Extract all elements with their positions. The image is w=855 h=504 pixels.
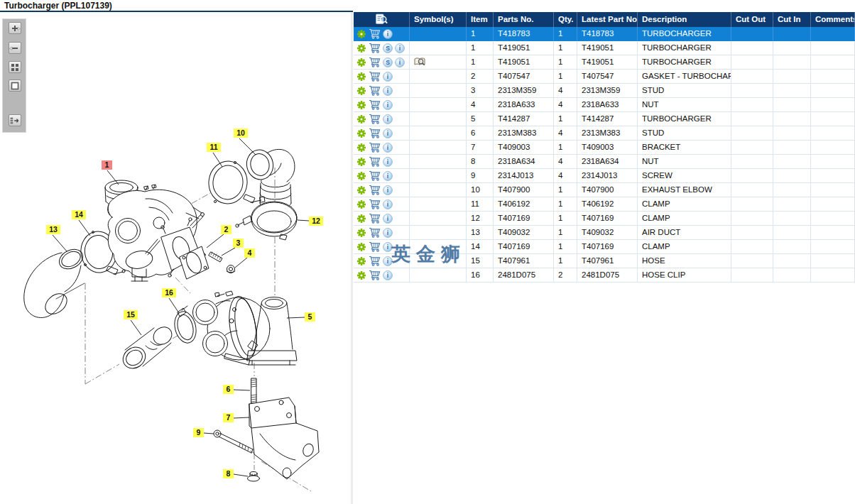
table-row-item-8-2318A634[interactable]: i82318A63442318A634NUT bbox=[354, 155, 855, 169]
info-icon[interactable]: i bbox=[383, 157, 393, 167]
cart-icon[interactable] bbox=[369, 85, 381, 96]
header-parts-no-[interactable]: Parts No. bbox=[494, 12, 554, 27]
cart-icon[interactable] bbox=[369, 128, 381, 138]
cart-icon[interactable] bbox=[369, 241, 381, 252]
table-row-item-1-T419051[interactable]: S i1T4190511T419051TURBOCHARGER bbox=[354, 41, 855, 55]
info-icon[interactable]: i bbox=[395, 43, 405, 53]
callout-label-15[interactable]: 15 bbox=[124, 310, 141, 335]
callout-label-6[interactable]: 6 bbox=[223, 385, 250, 394]
info-icon[interactable]: i bbox=[383, 185, 393, 195]
cart-icon[interactable] bbox=[369, 71, 381, 82]
cart-icon[interactable] bbox=[369, 213, 381, 224]
gear-icon[interactable] bbox=[356, 199, 366, 209]
info-icon[interactable]: i bbox=[383, 143, 393, 153]
callout-label-16[interactable]: 16 bbox=[162, 288, 179, 313]
cart-icon[interactable] bbox=[369, 170, 381, 181]
info-icon[interactable]: i bbox=[383, 171, 393, 181]
gear-icon[interactable] bbox=[356, 157, 366, 167]
callout-label-5[interactable]: 5 bbox=[287, 312, 315, 322]
cart-icon[interactable] bbox=[369, 99, 381, 110]
table-row-item-6-2313M383[interactable]: i62313M38342313M383STUD bbox=[354, 126, 855, 141]
header-latest-part-no-[interactable]: Latest Part No. bbox=[577, 12, 638, 27]
info-icon[interactable]: i bbox=[383, 72, 393, 82]
gear-icon[interactable] bbox=[356, 43, 366, 53]
callout-label-2[interactable]: 2 bbox=[207, 225, 232, 248]
table-row-item-15-T407961[interactable]: i15T4079611T407961HOSE bbox=[354, 254, 855, 268]
header-qty-[interactable]: Qty. bbox=[554, 12, 577, 27]
table-row-item-10-T407900[interactable]: i10T4079001T407900EXHAUST ELBOW bbox=[354, 183, 855, 197]
callout-label-11[interactable]: 11 bbox=[207, 143, 222, 167]
table-row-item-7-T409003[interactable]: i7T4090031T409003BRACKET bbox=[354, 141, 855, 155]
cart-icon[interactable] bbox=[369, 199, 381, 209]
callout-label-10[interactable]: 10 bbox=[234, 128, 256, 155]
s-badge-icon[interactable]: S bbox=[383, 43, 393, 53]
header-symbol-s-[interactable]: Symbol(s) bbox=[410, 12, 467, 27]
tile-view-button[interactable] bbox=[9, 61, 21, 73]
gear-icon[interactable] bbox=[356, 100, 366, 110]
gear-icon[interactable] bbox=[356, 185, 366, 195]
gear-icon[interactable] bbox=[356, 57, 366, 67]
callout-label-4[interactable]: 4 bbox=[235, 248, 255, 268]
callout-label-1[interactable]: 1 bbox=[102, 160, 119, 185]
header-item[interactable]: Item bbox=[467, 12, 494, 27]
zoom-out-button[interactable] bbox=[9, 42, 21, 54]
table-row-item-3-2313M359[interactable]: i32313M35942313M359STUD bbox=[354, 84, 855, 98]
table-row-item-2-T407547[interactable]: i2T4075471T407547GASKET - TURBOCHARGER bbox=[354, 70, 855, 84]
book-magnifier-icon[interactable] bbox=[414, 57, 426, 67]
gear-icon[interactable] bbox=[356, 128, 366, 138]
info-icon[interactable]: i bbox=[383, 199, 393, 209]
zoom-in-button[interactable] bbox=[9, 22, 21, 34]
info-icon[interactable]: i bbox=[383, 86, 393, 96]
toggle-list-panel-button[interactable] bbox=[9, 114, 21, 126]
info-icon[interactable]: i bbox=[383, 29, 393, 39]
cart-icon[interactable] bbox=[369, 57, 381, 67]
callout-label-9[interactable]: 9 bbox=[193, 428, 214, 437]
gear-icon[interactable] bbox=[356, 86, 366, 96]
table-row-item-1-T418783[interactable]: i1T4187831T418783TURBOCHARGER bbox=[354, 27, 855, 41]
info-icon[interactable]: i bbox=[383, 242, 393, 252]
header-comments[interactable]: Comments bbox=[811, 12, 855, 27]
cart-icon[interactable] bbox=[369, 142, 381, 153]
gear-icon[interactable] bbox=[356, 270, 366, 280]
cart-icon[interactable] bbox=[369, 270, 381, 280]
gear-icon[interactable] bbox=[356, 29, 366, 39]
cart-icon[interactable] bbox=[369, 256, 381, 266]
callout-label-14[interactable]: 14 bbox=[72, 210, 90, 236]
cart-icon[interactable] bbox=[369, 227, 381, 238]
fit-view-button[interactable] bbox=[9, 80, 21, 92]
cart-icon[interactable] bbox=[369, 43, 381, 53]
cart-icon[interactable] bbox=[369, 114, 381, 124]
info-icon[interactable]: i bbox=[383, 100, 393, 110]
info-icon[interactable]: i bbox=[383, 256, 393, 266]
header-description[interactable]: Description bbox=[638, 12, 731, 27]
gear-icon[interactable] bbox=[356, 114, 366, 124]
header-cut-out[interactable]: Cut Out bbox=[731, 12, 773, 27]
gear-icon[interactable] bbox=[356, 171, 366, 181]
gear-icon[interactable] bbox=[356, 228, 366, 238]
gear-icon[interactable] bbox=[356, 72, 366, 82]
info-icon[interactable]: i bbox=[383, 228, 393, 238]
row-symbol-cell[interactable] bbox=[410, 55, 467, 70]
info-icon[interactable]: i bbox=[383, 114, 393, 124]
callout-label-8[interactable]: 8 bbox=[223, 469, 248, 478]
cart-icon[interactable] bbox=[369, 185, 381, 195]
s-badge-icon[interactable]: S bbox=[383, 57, 393, 67]
gear-icon[interactable] bbox=[356, 214, 366, 224]
table-row-item-12-T407169[interactable]: i12T4071691T407169CLAMP bbox=[354, 212, 855, 226]
callout-label-7[interactable]: 7 bbox=[223, 413, 249, 422]
info-icon[interactable]: i bbox=[383, 214, 393, 224]
gear-icon[interactable] bbox=[356, 242, 366, 252]
header-actions-column[interactable] bbox=[354, 12, 410, 27]
table-row-item-5-T414287[interactable]: i5T4142871T414287TURBOCHARGER bbox=[354, 112, 855, 126]
gear-icon[interactable] bbox=[356, 256, 366, 266]
table-row-item-16-2481D075[interactable]: i162481D07522481D075HOSE CLIP bbox=[354, 268, 855, 283]
info-icon[interactable]: i bbox=[383, 128, 393, 138]
cart-icon[interactable] bbox=[369, 28, 381, 39]
table-row-item-13-T409032[interactable]: i13T4090321T409032AIR DUCT bbox=[354, 226, 855, 240]
table-row-item-14-T407169[interactable]: i14T4071691T407169CLAMP bbox=[354, 240, 855, 254]
table-row-item-1-T419051[interactable]: S i 1T4190511T419051TURBOCHARGER bbox=[354, 55, 855, 70]
info-icon[interactable]: i bbox=[383, 270, 393, 280]
cart-icon[interactable] bbox=[369, 156, 381, 167]
callout-label-12[interactable]: 12 bbox=[298, 217, 323, 226]
info-icon[interactable]: i bbox=[395, 57, 405, 67]
